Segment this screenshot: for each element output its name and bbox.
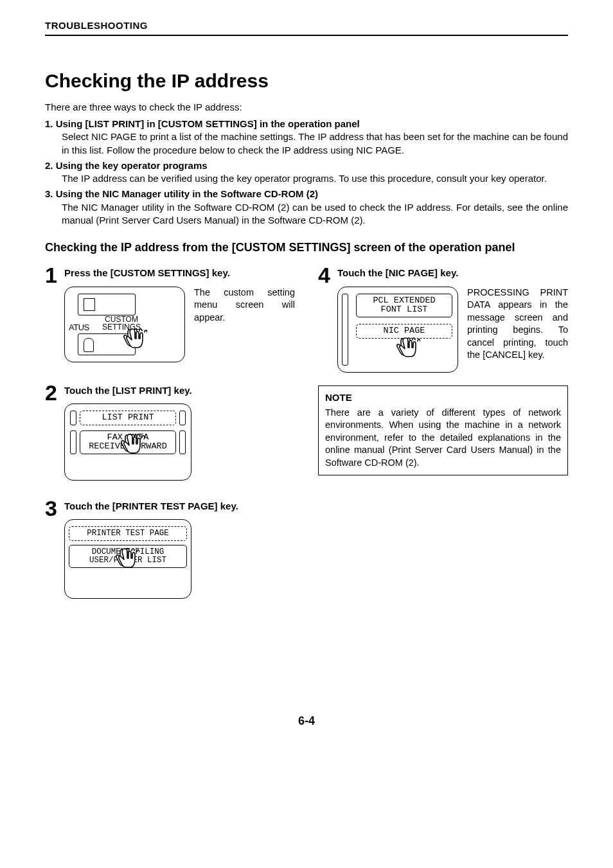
- note-title: NOTE: [325, 391, 561, 404]
- step-1-text: The custom setting menu screen will appe…: [194, 287, 295, 324]
- printer-test-page-button: PRINTER TEST PAGE: [69, 526, 187, 541]
- note-body: There are a variety of different types o…: [325, 407, 561, 470]
- step-3-title: Touch the [PRINTER TEST PAGE] key.: [64, 497, 295, 513]
- step-3-screen: PRINTER TEST PAGE DOCUMENT FILINGUSER/FO…: [64, 519, 191, 599]
- page-number: 6-4: [45, 713, 568, 729]
- scrollbar-icon: [342, 294, 348, 366]
- step-2-screen: LIST PRINT FAX DATARECEIVE/FORWARD: [64, 403, 191, 481]
- pcl-font-list-button: PCL EXTENDEDFONT LIST: [356, 294, 452, 318]
- scrollbar-icon: [70, 430, 76, 455]
- method-3-body: The NIC Manager utility in the Software …: [62, 201, 568, 227]
- step-1: 1 Press the [CUSTOM SETTINGS] key. ATUS …: [45, 264, 295, 362]
- partial-label-atus: ATUS: [69, 322, 89, 333]
- step-2-title: Touch the [LIST PRINT] key.: [64, 382, 295, 397]
- panel-button-top: [78, 294, 136, 315]
- method-1-body: Select NIC PAGE to print a list of the m…: [62, 130, 568, 157]
- list-print-button: LIST PRINT: [80, 411, 176, 425]
- step-4: 4 Touch the [NIC PAGE] key. PCL EXTENDED…: [318, 264, 568, 372]
- step-4-title: Touch the [NIC PAGE] key.: [337, 264, 568, 279]
- hand-pointer-icon: [119, 431, 145, 457]
- method-2-body: The IP address can be verified using the…: [62, 172, 568, 185]
- page-title: Checking the IP address: [45, 68, 568, 94]
- subheading: Checking the IP address from the [CUSTOM…: [45, 240, 568, 255]
- step-3: 3 Touch the [PRINTER TEST PAGE] key. PRI…: [45, 497, 295, 599]
- scrollbar-icon: [179, 430, 186, 455]
- hand-pointer-icon: [121, 326, 147, 351]
- methods-list: Using [LIST PRINT] in [CUSTOM SETTINGS] …: [45, 118, 568, 227]
- method-3-title: Using the NIC Manager utility in the Sof…: [56, 188, 318, 199]
- step-4-number: 4: [318, 264, 337, 372]
- scrollbar-icon: [70, 411, 76, 425]
- intro-text: There are three ways to check the IP add…: [45, 101, 568, 114]
- method-1-title: Using [LIST PRINT] in [CUSTOM SETTINGS] …: [56, 118, 360, 129]
- step-2-number: 2: [45, 382, 64, 481]
- hand-pointer-icon: [395, 335, 420, 360]
- hand-pointer-icon: [114, 545, 139, 571]
- step-1-screen: ATUS CUSTOMSETTINGS: [64, 287, 185, 362]
- scrollbar-icon: [179, 411, 186, 425]
- step-2: 2 Touch the [LIST PRINT] key. LIST PRINT…: [45, 382, 295, 481]
- step-3-number: 3: [45, 497, 64, 599]
- step-1-title: Press the [CUSTOM SETTINGS] key.: [64, 264, 295, 279]
- note-box: NOTE There are a variety of different ty…: [318, 385, 568, 475]
- chapter-header: TROUBLESHOOTING: [45, 19, 568, 36]
- step-4-screen: PCL EXTENDEDFONT LIST NIC PAGE: [337, 287, 458, 373]
- method-2-title: Using the key operator programs: [56, 160, 208, 171]
- step-1-number: 1: [45, 264, 64, 362]
- step-4-text: PROCESSING PRINT DATA appears in the mes…: [467, 287, 568, 362]
